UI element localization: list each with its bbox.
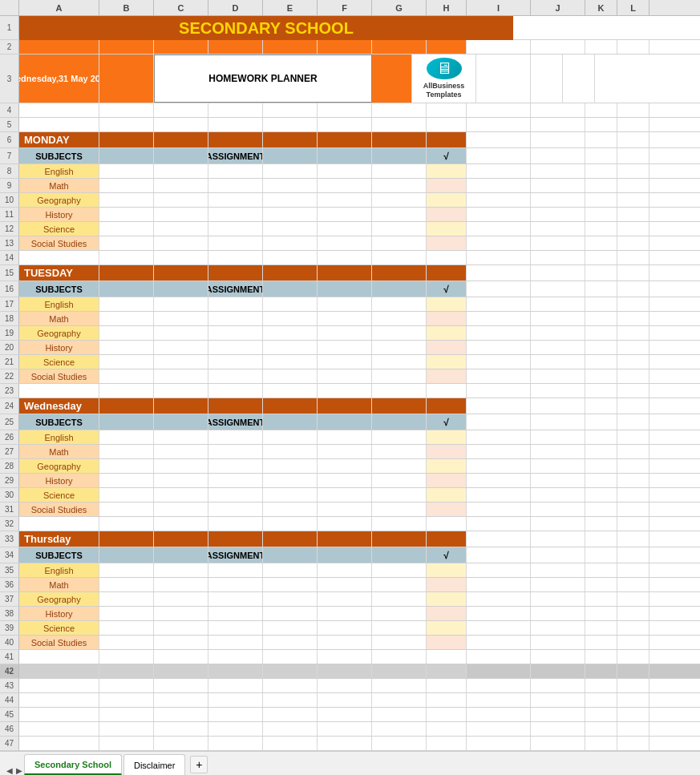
cell-c36[interactable] [154, 578, 208, 591]
nav-left-icon[interactable]: ◀ [6, 766, 13, 775]
cell-h29[interactable] [427, 474, 467, 487]
cell-f20[interactable] [318, 341, 372, 354]
cell-thu-3[interactable]: Geography [19, 592, 99, 606]
cell-b13[interactable] [99, 236, 154, 250]
cell-c30[interactable] [154, 488, 208, 502]
cell-h40[interactable] [427, 636, 467, 649]
cell-d28[interactable] [208, 459, 263, 473]
cell-c21[interactable] [154, 355, 208, 369]
cell-f26[interactable] [318, 430, 372, 444]
cell-c28[interactable] [154, 459, 208, 473]
cell-c22[interactable] [154, 369, 208, 383]
cell-g12[interactable] [372, 222, 427, 236]
cell-c9[interactable] [154, 179, 208, 192]
cell-tue-1[interactable]: English [19, 297, 99, 311]
cell-g20[interactable] [372, 341, 427, 354]
cell-wed-4[interactable]: History [19, 474, 99, 487]
cell-subject-mon-5[interactable]: Science [19, 222, 99, 236]
cell-e9[interactable] [263, 179, 318, 192]
cell-g22[interactable] [372, 369, 427, 383]
tab-add-button[interactable]: + [190, 756, 208, 773]
cell-b12[interactable] [99, 222, 154, 236]
cell-tue-6[interactable]: Social Studies [19, 369, 99, 383]
cell-e37[interactable] [263, 592, 318, 606]
cell-f13[interactable] [318, 236, 372, 250]
cell-f21[interactable] [318, 355, 372, 369]
cell-f9[interactable] [318, 179, 372, 192]
cell-e36[interactable] [263, 578, 318, 591]
cell-b30[interactable] [99, 488, 154, 502]
cell-c20[interactable] [154, 341, 208, 354]
cell-f29[interactable] [318, 474, 372, 487]
cell-e12[interactable] [263, 222, 318, 236]
cell-g37[interactable] [372, 592, 427, 606]
cell-b9[interactable] [99, 179, 154, 192]
cell-subject-mon-1[interactable]: English [19, 164, 99, 178]
cell-c13[interactable] [154, 236, 208, 250]
cell-b10[interactable] [99, 193, 154, 207]
cell-c27[interactable] [154, 445, 208, 458]
cell-g38[interactable] [372, 607, 427, 620]
cell-g17[interactable] [372, 297, 427, 311]
cell-h22[interactable] [427, 369, 467, 383]
cell-c31[interactable] [154, 503, 208, 516]
cell-subject-mon-3[interactable]: Geography [19, 193, 99, 207]
cell-d10[interactable] [208, 193, 263, 207]
cell-d27[interactable] [208, 445, 263, 458]
cell-b19[interactable] [99, 326, 154, 340]
cell-d21[interactable] [208, 355, 263, 369]
cell-wed-6[interactable]: Social Studies [19, 503, 99, 516]
cell-g35[interactable] [372, 563, 427, 577]
cell-d9[interactable] [208, 179, 263, 192]
cell-h37[interactable] [427, 592, 467, 606]
cell-d31[interactable] [208, 503, 263, 516]
cell-thu-1[interactable]: English [19, 563, 99, 577]
cell-d18[interactable] [208, 312, 263, 325]
cell-f18[interactable] [318, 312, 372, 325]
cell-e29[interactable] [263, 474, 318, 487]
cell-c11[interactable] [154, 208, 208, 221]
cell-c38[interactable] [154, 607, 208, 620]
cell-g28[interactable] [372, 459, 427, 473]
cell-b20[interactable] [99, 341, 154, 354]
cell-h13[interactable] [427, 236, 467, 250]
cell-h28[interactable] [427, 459, 467, 473]
cell-b37[interactable] [99, 592, 154, 606]
cell-c10[interactable] [154, 193, 208, 207]
cell-c17[interactable] [154, 297, 208, 311]
cell-e27[interactable] [263, 445, 318, 458]
cell-tue-4[interactable]: History [19, 341, 99, 354]
cell-h26[interactable] [427, 430, 467, 444]
cell-c29[interactable] [154, 474, 208, 487]
cell-thu-6[interactable]: Social Studies [19, 636, 99, 649]
cell-d35[interactable] [208, 563, 263, 577]
cell-e31[interactable] [263, 503, 318, 516]
cell-c12[interactable] [154, 222, 208, 236]
cell-h30[interactable] [427, 488, 467, 502]
cell-b8[interactable] [99, 164, 154, 178]
cell-wed-3[interactable]: Geography [19, 459, 99, 473]
cell-f36[interactable] [318, 578, 372, 591]
cell-b39[interactable] [99, 621, 154, 635]
cell-d17[interactable] [208, 297, 263, 311]
cell-c8[interactable] [154, 164, 208, 178]
cell-e11[interactable] [263, 208, 318, 221]
cell-d37[interactable] [208, 592, 263, 606]
cell-f11[interactable] [318, 208, 372, 221]
cell-g26[interactable] [372, 430, 427, 444]
cell-f22[interactable] [318, 369, 372, 383]
cell-c18[interactable] [154, 312, 208, 325]
cell-thu-4[interactable]: History [19, 607, 99, 620]
cell-h11[interactable] [427, 208, 467, 221]
cell-b21[interactable] [99, 355, 154, 369]
cell-g36[interactable] [372, 578, 427, 591]
cell-c40[interactable] [154, 636, 208, 649]
cell-g19[interactable] [372, 326, 427, 340]
cell-d38[interactable] [208, 607, 263, 620]
cell-g21[interactable] [372, 355, 427, 369]
cell-subject-mon-2[interactable]: Math [19, 179, 99, 192]
cell-subject-mon-4[interactable]: History [19, 208, 99, 221]
cell-tue-5[interactable]: Science [19, 355, 99, 369]
cell-tue-3[interactable]: Geography [19, 326, 99, 340]
cell-h19[interactable] [427, 326, 467, 340]
